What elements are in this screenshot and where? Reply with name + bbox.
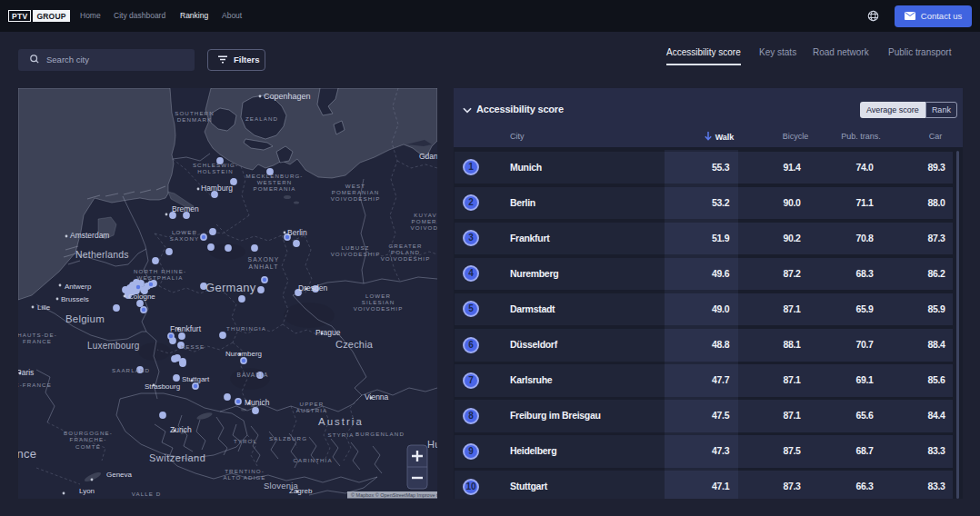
svg-text:HAUTS-DE-: HAUTS-DE- [18, 332, 57, 338]
svg-text:Nuremberg: Nuremberg [225, 350, 262, 358]
svg-text:AUSTRIA: AUSTRIA [296, 407, 328, 413]
svg-text:Germany: Germany [205, 281, 256, 294]
svg-text:FRANCE: FRANCE [23, 338, 52, 344]
svg-text:POMERANIAN: POMERANIAN [332, 189, 380, 195]
svg-text:LOWER: LOWER [172, 229, 197, 235]
svg-text:SAXONY: SAXONY [248, 256, 280, 263]
svg-text:SAARLAND: SAARLAND [112, 367, 150, 373]
svg-text:WESTPHALIA: WESTPHALIA [137, 274, 184, 281]
svg-text:Luxembourg: Luxembourg [87, 341, 140, 351]
svg-text:SILESIAN: SILESIAN [362, 299, 395, 305]
svg-text:Netherlands: Netherlands [75, 249, 129, 260]
svg-text:ÎLE-DE-FRANCE: ÎLE-DE-FRANCE [18, 382, 52, 388]
svg-text:Lyon: Lyon [79, 487, 95, 495]
svg-text:BAVARIA: BAVARIA [237, 372, 269, 378]
svg-text:Cologne: Cologne [128, 293, 155, 301]
svg-text:NORTH RHINE-: NORTH RHINE- [134, 268, 186, 274]
svg-text:ALTO ADIGE: ALTO ADIGE [223, 474, 265, 481]
svg-text:KUYAVIA: KUYAVIA [414, 212, 437, 218]
svg-text:Zurich: Zurich [170, 425, 192, 434]
svg-text:UPPER: UPPER [300, 401, 325, 407]
svg-text:Munich: Munich [245, 398, 270, 407]
svg-text:MECKLENBURG-: MECKLENBURG- [245, 173, 303, 179]
svg-text:TYROL: TYROL [234, 438, 257, 444]
svg-text:HOLSTEIN: HOLSTEIN [197, 168, 234, 174]
svg-text:Hu: Hu [427, 439, 437, 450]
svg-text:Vienna: Vienna [365, 392, 389, 402]
svg-text:VOIVODESHIP: VOIVODESHIP [354, 305, 404, 312]
svg-text:ZEALAND: ZEALAND [245, 115, 278, 122]
svg-text:Austria: Austria [318, 416, 364, 427]
svg-text:GREATER: GREATER [388, 243, 422, 249]
svg-text:Lille: Lille [37, 303, 51, 312]
svg-text:ANHALT: ANHALT [249, 263, 279, 270]
svg-text:Gdan: Gdan [419, 152, 437, 161]
svg-text:LOWER: LOWER [365, 293, 391, 299]
svg-text:Stuttgart: Stuttgart [182, 375, 210, 383]
svg-text:VOIVODESHIP: VOIVODESHIP [381, 255, 431, 262]
svg-text:POMERANIA: POMERANIA [253, 185, 295, 192]
svg-text:VOIVODESHIP: VOIVODESHIP [331, 195, 381, 202]
svg-text:TRENTINO-: TRENTINO- [225, 468, 265, 474]
svg-text:BURGENLAND: BURGENLAND [355, 431, 405, 437]
svg-text:Geneva: Geneva [106, 471, 133, 479]
svg-text:France: France [18, 447, 36, 461]
svg-text:Zagreb: Zagreb [289, 487, 313, 495]
svg-text:SAXONY: SAXONY [170, 235, 199, 242]
svg-text:HESSE: HESSE [181, 343, 205, 350]
svg-text:SCHLESWIG-: SCHLESWIG- [193, 162, 238, 168]
svg-text:VOIVODES: VOIVODES [410, 224, 437, 231]
svg-text:Prague: Prague [315, 328, 341, 337]
svg-text:Belgium: Belgium [65, 313, 105, 324]
svg-text:Frankfurt: Frankfurt [170, 324, 202, 333]
svg-text:Brussels: Brussels [61, 295, 89, 303]
svg-text:THURINGIA: THURINGIA [226, 325, 266, 332]
svg-text:Hamburg: Hamburg [201, 184, 233, 193]
svg-text:Amsterdam: Amsterdam [70, 231, 109, 240]
svg-text:SOUTHERN: SOUTHERN [175, 110, 215, 116]
svg-text:BOURGOGNE-: BOURGOGNE- [64, 430, 113, 436]
svg-text:COMTÉ: COMTÉ [75, 443, 101, 450]
svg-text:VALLE D: VALLE D [132, 491, 162, 497]
svg-text:POLAND: POLAND [391, 249, 420, 255]
svg-text:Paris: Paris [18, 368, 34, 377]
svg-text:WESTERN: WESTERN [257, 179, 293, 185]
svg-text:VOIVODESHIP: VOIVODESHIP [331, 251, 381, 257]
svg-text:Czechia: Czechia [335, 339, 374, 350]
svg-text:Switzerland: Switzerland [149, 452, 205, 463]
svg-text:FRANCHE-: FRANCHE- [70, 436, 107, 442]
svg-text:POMERAN: POMERAN [412, 218, 438, 224]
svg-text:Antwerp: Antwerp [65, 283, 92, 291]
svg-text:© Mapbox © OpenStreetMap Impro: © Mapbox © OpenStreetMap Improve this ma… [351, 492, 437, 498]
svg-text:Berlin: Berlin [287, 228, 307, 237]
svg-text:Bremen: Bremen [172, 204, 199, 213]
svg-text:CARINTHIA: CARINTHIA [293, 457, 332, 463]
svg-text:Dresden: Dresden [298, 283, 327, 293]
svg-text:LUBUSZ: LUBUSZ [341, 244, 369, 251]
svg-text:SALZBURG: SALZBURG [269, 435, 307, 442]
svg-text:DENMARK: DENMARK [177, 116, 213, 123]
svg-text:WEST: WEST [345, 183, 365, 189]
svg-text:Copenhagen: Copenhagen [264, 92, 311, 101]
svg-text:STYRIA: STYRIA [328, 432, 355, 438]
svg-text:Strasbourg: Strasbourg [145, 382, 180, 391]
